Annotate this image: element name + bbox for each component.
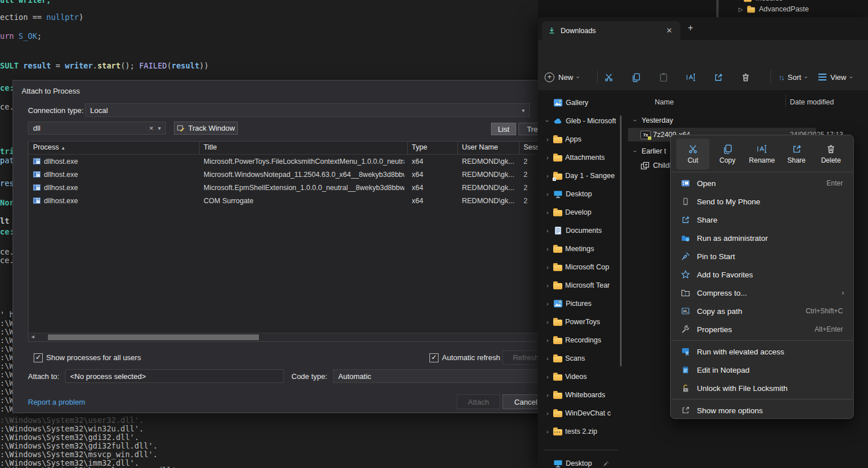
process-filter-input[interactable]: dll × ▾ — [28, 122, 166, 135]
column-header-user[interactable]: User Name — [462, 143, 498, 151]
list-view-button[interactable]: List — [491, 123, 516, 135]
chevron-right-icon[interactable]: › — [545, 227, 550, 234]
report-problem-link[interactable]: Report a problem — [28, 398, 85, 406]
column-header-name[interactable]: Name — [655, 98, 674, 106]
column-divider[interactable] — [785, 95, 786, 107]
connection-type-select[interactable]: Local ▾ — [85, 103, 530, 117]
column-header-title[interactable]: Title — [204, 143, 217, 151]
sidebar-item-tests-zip[interactable]: ›tests 2.zip — [538, 422, 623, 441]
sidebar-item-whiteboards[interactable]: ›Whiteboards — [538, 386, 623, 404]
menu-item-properties[interactable]: Properties Alt+Enter — [673, 320, 851, 338]
chevron-right-icon[interactable]: › — [545, 355, 550, 362]
chevron-right-icon[interactable]: › — [545, 392, 550, 398]
menu-item-compress-to[interactable]: Compress to... › — [673, 284, 851, 302]
chevron-right-icon[interactable]: › — [545, 154, 550, 161]
sidebar-item-videos[interactable]: ›Videos — [538, 368, 623, 386]
chevron-down-icon[interactable]: ▾ — [158, 125, 161, 131]
sidebar-item-day1[interactable]: ›↗Day 1 - Sangee — [538, 167, 623, 185]
sidebar-item-scans[interactable]: ›Scans — [538, 349, 623, 368]
scrollbar-thumb[interactable] — [48, 334, 259, 340]
process-row[interactable]: dllhost.exe Microsoft.WindowsNotepad_11.… — [29, 168, 538, 181]
delete-button[interactable] — [735, 70, 756, 84]
chevron-right-icon[interactable]: › — [545, 337, 550, 344]
horizontal-scrollbar[interactable]: ◄ — [29, 333, 538, 341]
tree-item-modules[interactable]: modules — [743, 0, 782, 2]
chevron-right-icon[interactable]: ▷ — [739, 6, 743, 13]
sidebar-item-recordings[interactable]: ›Recordings — [538, 331, 623, 349]
group-yesterday[interactable]: › Yesterday — [632, 116, 673, 124]
chevron-down-icon[interactable]: › — [632, 148, 639, 154]
attach-button[interactable]: Attach — [457, 394, 500, 409]
share-button[interactable] — [708, 70, 728, 84]
tab-downloads[interactable]: Downloads ✕ — [542, 21, 680, 40]
sidebar-item-gallery[interactable]: › Gallery — [538, 94, 623, 112]
menu-item-share[interactable]: Share — [673, 211, 851, 229]
cut-button[interactable] — [598, 70, 619, 84]
close-tab-icon[interactable]: ✕ — [664, 26, 675, 35]
sidebar-item-develop[interactable]: ›Develop — [538, 203, 623, 221]
auto-refresh-label[interactable]: Automatic refresh — [442, 353, 500, 362]
attach-to-field[interactable]: <No process selected> — [65, 369, 284, 383]
sidebar-item-meetings[interactable]: ›Meetings — [538, 240, 623, 258]
sidebar-item-microsoft-cop[interactable]: ›Microsoft Cop — [538, 258, 623, 276]
column-divider[interactable] — [407, 142, 408, 154]
chevron-right-icon[interactable]: › — [545, 373, 550, 380]
chevron-down-icon[interactable]: › — [544, 118, 551, 124]
delete-quick-action[interactable]: Delete — [814, 139, 847, 170]
process-row[interactable]: dllhost.exe COM Surrogate x64 REDMOND\gk… — [29, 195, 538, 208]
rename-quick-action[interactable]: Rename — [745, 139, 778, 170]
menu-item-run-elevated[interactable]: Run with elevated access — [673, 342, 851, 361]
view-button[interactable]: View › — [818, 69, 852, 85]
chevron-down-icon[interactable]: › — [632, 118, 639, 123]
menu-item-open[interactable]: Open Enter — [673, 174, 851, 192]
menu-item-run-as-admin[interactable]: Run as administrator — [673, 229, 851, 247]
process-row[interactable]: dllhost.exe Microsoft.PowerToys.FileLock… — [29, 155, 538, 168]
sidebar-item-desktop-pinned[interactable]: › Desktop — [538, 454, 623, 468]
chevron-right-icon[interactable]: › — [545, 172, 550, 179]
chevron-right-icon[interactable]: › — [545, 410, 550, 417]
new-tab-button[interactable]: + — [688, 23, 693, 33]
column-header-date[interactable]: Date modified — [790, 98, 834, 106]
menu-item-pin-to-start[interactable]: Pin to Start — [673, 247, 851, 265]
sidebar-item-documents[interactable]: › Documents — [538, 221, 623, 240]
chevron-right-icon[interactable]: › — [545, 264, 550, 271]
menu-item-copy-as-path[interactable]: Copy as path Ctrl+Shift+C — [673, 302, 851, 320]
scroll-left-icon[interactable]: ◄ — [30, 334, 35, 340]
share-quick-action[interactable]: Share — [780, 139, 813, 170]
menu-item-add-to-favorites[interactable]: Add to Favorites — [673, 265, 851, 284]
menu-item-edit-in-notepad[interactable]: Edit in Notepad — [673, 361, 851, 379]
chevron-right-icon[interactable]: › — [545, 318, 550, 325]
show-all-users-checkbox[interactable] — [34, 353, 43, 362]
sidebar-item-onedrive[interactable]: › Gleb - Microsoft — [538, 112, 623, 130]
column-header-process[interactable]: Process ▲ — [33, 143, 66, 151]
auto-refresh-checkbox[interactable] — [429, 353, 439, 362]
column-divider[interactable] — [457, 142, 458, 154]
group-earlier[interactable]: › Earlier t — [632, 147, 666, 155]
copy-button[interactable] — [626, 70, 646, 84]
sidebar-scrollbar[interactable] — [620, 115, 622, 366]
chevron-right-icon[interactable]: › — [545, 300, 550, 307]
sidebar-item-powertoys[interactable]: ›PowerToys — [538, 313, 623, 331]
rename-button[interactable] — [680, 70, 701, 84]
chevron-right-icon[interactable]: › — [545, 428, 550, 435]
menu-item-send-to-phone[interactable]: Send to My Phone — [673, 192, 851, 211]
chevron-down-icon[interactable]: ▾ — [522, 107, 525, 114]
show-all-users-label[interactable]: Show processes for all users — [46, 353, 141, 362]
process-row[interactable]: dllhost.exe Microsoft.EpmShellExtension_… — [29, 181, 538, 195]
sidebar-item-windevchat[interactable]: ›WinDevChat c — [538, 404, 623, 422]
chevron-right-icon[interactable]: › — [545, 209, 550, 216]
sidebar-item-microsoft-tear[interactable]: ›Microsoft Tear — [538, 276, 623, 294]
sidebar-item-attachments[interactable]: ›Attachments — [538, 148, 623, 167]
paste-button[interactable] — [653, 70, 674, 84]
sort-button[interactable]: ↑↓ Sort › — [778, 69, 807, 85]
scrollbar[interactable] — [716, 0, 719, 17]
track-window-button[interactable]: Track Window — [174, 122, 238, 135]
clear-filter-icon[interactable]: × — [149, 124, 153, 132]
column-divider[interactable] — [519, 142, 520, 154]
column-divider[interactable] — [199, 142, 200, 154]
chevron-right-icon[interactable]: › — [545, 136, 550, 143]
chevron-right-icon[interactable]: › — [545, 245, 550, 252]
sidebar-item-apps[interactable]: ›Apps — [538, 130, 623, 148]
copy-quick-action[interactable]: Copy — [711, 139, 744, 170]
code-type-field[interactable]: Automatic — [333, 369, 549, 383]
